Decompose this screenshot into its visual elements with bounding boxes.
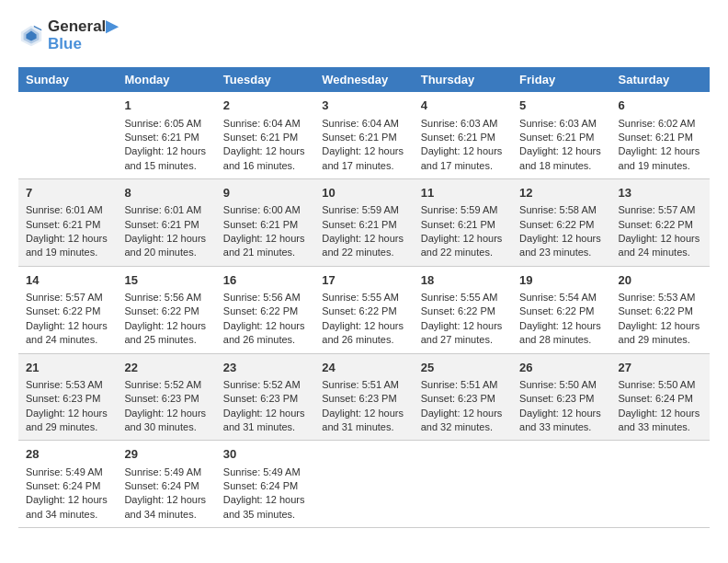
day-info-line: Sunset: 6:22 PM	[421, 304, 505, 318]
calendar-cell: 28Sunrise: 5:49 AMSunset: 6:24 PMDayligh…	[18, 441, 117, 528]
calendar-cell: 6Sunrise: 6:02 AMSunset: 6:21 PMDaylight…	[611, 92, 710, 178]
day-number: 13	[619, 185, 702, 201]
day-info-line: Sunrise: 5:57 AM	[619, 203, 702, 217]
day-number: 27	[619, 360, 702, 376]
day-number: 6	[619, 98, 702, 114]
day-info-line: Daylight: 12 hours	[322, 319, 405, 333]
day-info-line: Sunset: 6:22 PM	[619, 304, 702, 318]
calendar-cell: 29Sunrise: 5:49 AMSunset: 6:24 PMDayligh…	[117, 441, 215, 528]
calendar-cell: 16Sunrise: 5:56 AMSunset: 6:22 PMDayligh…	[216, 266, 314, 353]
calendar-cell: 11Sunrise: 5:59 AMSunset: 6:21 PMDayligh…	[414, 179, 512, 267]
day-info-line: Sunset: 6:21 PM	[322, 131, 405, 144]
calendar-cell	[414, 441, 512, 528]
day-info-line: Sunset: 6:22 PM	[619, 218, 702, 232]
day-info-line: Sunrise: 6:04 AM	[223, 117, 307, 131]
day-info-line: and 31 minutes.	[322, 420, 405, 434]
day-info-line: Sunrise: 5:50 AM	[519, 378, 603, 392]
day-info-line: Sunset: 6:24 PM	[223, 479, 307, 493]
day-info-line: Sunrise: 6:01 AM	[124, 203, 208, 217]
calendar-cell: 30Sunrise: 5:49 AMSunset: 6:24 PMDayligh…	[216, 441, 314, 528]
day-info-line: Sunset: 6:21 PM	[223, 131, 307, 144]
day-info-line: Daylight: 12 hours	[124, 493, 208, 507]
day-info-line: and 24 minutes.	[26, 333, 109, 347]
header-cell-monday: Monday	[117, 67, 215, 92]
header-cell-tuesday: Tuesday	[216, 67, 314, 92]
day-info-line: Daylight: 12 hours	[421, 407, 505, 420]
day-number: 28	[26, 446, 109, 463]
day-number: 7	[26, 185, 109, 201]
day-info-line: Sunrise: 5:51 AM	[322, 378, 405, 392]
day-number: 15	[124, 272, 208, 289]
day-info-line: Sunrise: 6:05 AM	[124, 117, 208, 131]
day-info-line: Sunrise: 5:50 AM	[619, 378, 702, 392]
header-cell-saturday: Saturday	[611, 67, 710, 92]
day-info-line: Sunset: 6:23 PM	[322, 392, 405, 406]
day-info-line: and 22 minutes.	[421, 246, 505, 259]
day-info-line: and 27 minutes.	[421, 333, 505, 347]
day-info-line: Daylight: 12 hours	[619, 319, 702, 333]
day-info-line: Sunset: 6:23 PM	[519, 392, 603, 406]
day-info-line: Daylight: 12 hours	[519, 319, 603, 333]
day-info-line: Daylight: 12 hours	[124, 407, 208, 420]
day-info-line: and 33 minutes.	[619, 420, 702, 434]
day-number: 20	[619, 272, 702, 289]
day-number: 11	[421, 185, 505, 201]
calendar-cell: 1Sunrise: 6:05 AMSunset: 6:21 PMDaylight…	[117, 92, 215, 178]
day-info-line: Sunset: 6:21 PM	[519, 131, 603, 144]
day-info-line: and 18 minutes.	[519, 159, 603, 173]
day-info-line: Daylight: 12 hours	[421, 232, 505, 246]
day-info-line: and 26 minutes.	[322, 333, 405, 347]
week-row-5: 28Sunrise: 5:49 AMSunset: 6:24 PMDayligh…	[18, 441, 710, 528]
day-info-line: Sunrise: 5:58 AM	[519, 203, 603, 217]
calendar-cell: 7Sunrise: 6:01 AMSunset: 6:21 PMDaylight…	[18, 179, 117, 267]
day-info-line: Sunrise: 6:04 AM	[322, 117, 405, 131]
day-info-line: Sunrise: 5:57 AM	[26, 291, 109, 304]
day-number: 12	[519, 185, 603, 201]
day-info-line: Daylight: 12 hours	[26, 493, 109, 507]
day-number: 19	[519, 272, 603, 289]
calendar-cell: 13Sunrise: 5:57 AMSunset: 6:22 PMDayligh…	[611, 179, 710, 267]
day-info-line: Daylight: 12 hours	[26, 232, 109, 246]
calendar-cell: 23Sunrise: 5:52 AMSunset: 6:23 PMDayligh…	[216, 353, 314, 441]
day-info-line: Daylight: 12 hours	[619, 232, 702, 246]
day-info-line: Sunset: 6:21 PM	[223, 218, 307, 232]
day-info-line: and 32 minutes.	[421, 420, 505, 434]
calendar-cell: 19Sunrise: 5:54 AMSunset: 6:22 PMDayligh…	[512, 266, 610, 353]
day-info-line: and 34 minutes.	[124, 508, 208, 522]
header-cell-thursday: Thursday	[414, 67, 512, 92]
day-info-line: Sunrise: 6:02 AM	[619, 117, 702, 131]
day-info-line: Sunrise: 5:52 AM	[124, 378, 208, 392]
calendar-table: SundayMondayTuesdayWednesdayThursdayFrid…	[18, 67, 710, 528]
calendar-cell: 22Sunrise: 5:52 AMSunset: 6:23 PMDayligh…	[117, 353, 215, 441]
day-info-line: Sunrise: 5:54 AM	[519, 291, 603, 304]
day-info-line: Sunset: 6:22 PM	[124, 304, 208, 318]
day-info-line: Sunrise: 6:03 AM	[421, 117, 505, 131]
week-row-4: 21Sunrise: 5:53 AMSunset: 6:23 PMDayligh…	[18, 353, 710, 441]
day-info-line: Sunset: 6:21 PM	[124, 131, 208, 144]
day-info-line: Daylight: 12 hours	[223, 144, 307, 158]
day-number: 30	[223, 446, 307, 463]
day-number: 23	[223, 360, 307, 376]
calendar-cell: 5Sunrise: 6:03 AMSunset: 6:21 PMDaylight…	[512, 92, 610, 178]
day-number: 2	[223, 98, 307, 114]
day-info-line: and 25 minutes.	[124, 333, 208, 347]
day-info-line: Sunset: 6:22 PM	[223, 304, 307, 318]
logo-line2: Blue	[48, 36, 118, 53]
day-info-line: and 15 minutes.	[124, 159, 208, 173]
day-number: 26	[519, 360, 603, 376]
calendar-cell: 4Sunrise: 6:03 AMSunset: 6:21 PMDaylight…	[414, 92, 512, 178]
week-row-2: 7Sunrise: 6:01 AMSunset: 6:21 PMDaylight…	[18, 179, 710, 267]
logo-line1: General▶	[48, 18, 118, 36]
day-info-line: and 16 minutes.	[223, 159, 307, 173]
day-info-line: and 20 minutes.	[124, 246, 208, 259]
day-info-line: Sunset: 6:22 PM	[322, 304, 405, 318]
calendar-cell	[18, 92, 117, 178]
calendar-cell: 15Sunrise: 5:56 AMSunset: 6:22 PMDayligh…	[117, 266, 215, 353]
day-number: 29	[124, 446, 208, 463]
day-number: 4	[421, 98, 505, 114]
calendar-cell: 10Sunrise: 5:59 AMSunset: 6:21 PMDayligh…	[314, 179, 413, 267]
day-info-line: Daylight: 12 hours	[223, 493, 307, 507]
day-info-line: Sunset: 6:23 PM	[124, 392, 208, 406]
day-info-line: Sunrise: 6:01 AM	[26, 203, 109, 217]
day-info-line: Daylight: 12 hours	[322, 407, 405, 420]
